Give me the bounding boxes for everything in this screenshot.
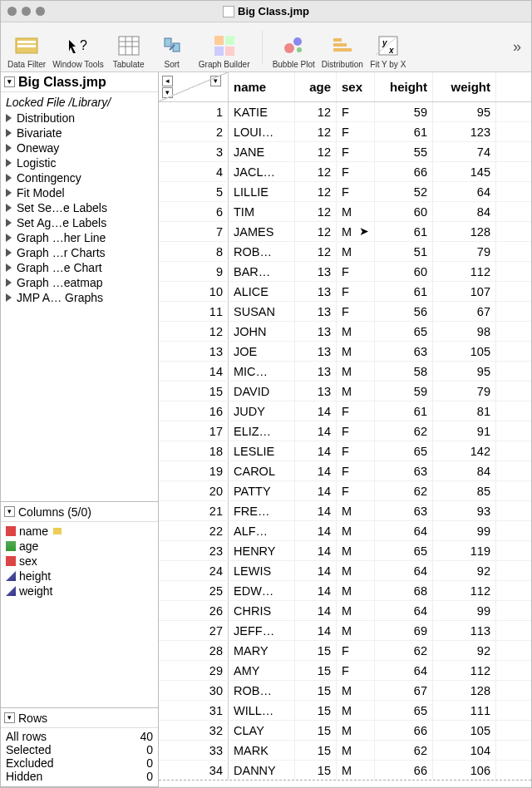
cell-weight[interactable]: 93	[433, 501, 496, 520]
script-item[interactable]: Set Ag…e Labels	[4, 215, 155, 230]
row-number[interactable]: 22	[159, 521, 229, 540]
cell-sex[interactable]: M	[337, 581, 375, 600]
cell-height[interactable]: 61	[375, 401, 433, 421]
cell-age[interactable]: 14	[295, 421, 337, 441]
table-row[interactable]: 23HENRY14M65119	[159, 541, 531, 561]
cell-weight[interactable]: 112	[433, 581, 496, 600]
cell-height[interactable]: 55	[375, 142, 433, 161]
cell-weight[interactable]: 79	[433, 242, 496, 261]
table-panel-header[interactable]: ▾ Big Class.jmp	[1, 72, 158, 92]
cell-sex[interactable]: M	[337, 242, 375, 261]
cell-name[interactable]: MIC…	[229, 362, 295, 381]
cell-weight[interactable]: 105	[433, 721, 496, 740]
cell-name[interactable]: LESLIE	[229, 441, 295, 460]
cell-name[interactable]: JAMES	[229, 222, 295, 241]
cell-height[interactable]: 59	[375, 382, 433, 401]
cell-name[interactable]: DANNY	[229, 761, 295, 780]
cell-weight[interactable]: 64	[433, 182, 496, 201]
cell-sex[interactable]: F	[337, 421, 375, 441]
row-number[interactable]: 11	[159, 302, 229, 321]
cell-sex[interactable]: F	[337, 401, 375, 421]
row-number[interactable]: 7	[159, 222, 229, 241]
cell-sex[interactable]: M	[337, 541, 375, 560]
row-number[interactable]: 1	[159, 102, 229, 121]
cell-name[interactable]: ELIZ…	[229, 421, 295, 441]
cell-name[interactable]: CLAY	[229, 721, 295, 740]
cell-height[interactable]: 66	[375, 162, 433, 181]
cell-weight[interactable]: 74	[433, 142, 496, 161]
zoom-window-button[interactable]	[36, 7, 45, 16]
rows-panel-header[interactable]: ▾ Rows	[1, 708, 158, 728]
column-item-sex[interactable]: sex	[4, 554, 155, 569]
toolbar-overflow-button[interactable]: »	[513, 38, 526, 56]
table-row[interactable]: 29AMY15F64112	[159, 661, 531, 681]
cell-weight[interactable]: 111	[433, 701, 496, 720]
row-number[interactable]: 30	[159, 681, 229, 700]
cell-name[interactable]: ROB…	[229, 242, 295, 261]
column-item-name[interactable]: name	[4, 524, 155, 539]
cell-name[interactable]: PATTY	[229, 481, 295, 500]
cell-height[interactable]: 63	[375, 461, 433, 480]
row-number[interactable]: 8	[159, 242, 229, 261]
cell-sex[interactable]: M	[337, 501, 375, 520]
cell-weight[interactable]: 123	[433, 122, 496, 141]
cell-sex[interactable]: F	[337, 142, 375, 161]
cell-height[interactable]: 61	[375, 122, 433, 141]
cell-height[interactable]: 62	[375, 481, 433, 500]
window-tools-button[interactable]: ? Window Tools	[51, 24, 106, 71]
table-row[interactable]: 13JOE13M63105	[159, 342, 531, 362]
table-row[interactable]: 24LEWIS14M6492	[159, 561, 531, 581]
cell-age[interactable]: 12	[295, 142, 337, 161]
table-row[interactable]: 3JANE12F5574	[159, 142, 531, 162]
cell-weight[interactable]: 107	[433, 282, 496, 301]
corner-disclosure-tl[interactable]: ◂	[162, 76, 173, 86]
cell-name[interactable]: JEFF…	[229, 621, 295, 640]
table-row[interactable]: 14MIC…13M5895	[159, 362, 531, 382]
cell-height[interactable]: 58	[375, 362, 433, 381]
cell-age[interactable]: 15	[295, 741, 337, 760]
cell-name[interactable]: ALF…	[229, 521, 295, 540]
corner-disclosure-bl[interactable]: ▾	[162, 87, 173, 98]
cell-weight[interactable]: 145	[433, 162, 496, 181]
cell-weight[interactable]: 99	[433, 601, 496, 620]
row-number[interactable]: 9	[159, 262, 229, 281]
column-item-height[interactable]: height	[4, 569, 155, 584]
cell-sex[interactable]: M	[337, 342, 375, 361]
cell-sex[interactable]: M	[337, 521, 375, 540]
cell-name[interactable]: LOUI…	[229, 122, 295, 141]
cell-sex[interactable]: F	[337, 481, 375, 500]
cell-height[interactable]: 66	[375, 721, 433, 740]
cell-height[interactable]: 69	[375, 621, 433, 640]
column-item-weight[interactable]: weight	[4, 584, 155, 598]
script-item[interactable]: Bivariate	[4, 126, 155, 140]
table-row[interactable]: 32CLAY15M66105	[159, 721, 531, 741]
table-row[interactable]: 11SUSAN13F5667	[159, 302, 531, 322]
cell-name[interactable]: CAROL	[229, 461, 295, 480]
cell-weight[interactable]: 84	[433, 461, 496, 480]
fit-y-by-x-button[interactable]: yx Fit Y by X	[368, 24, 408, 71]
script-item[interactable]: Set Se…e Labels	[4, 200, 155, 215]
cell-age[interactable]: 13	[295, 322, 337, 341]
cell-height[interactable]: 64	[375, 601, 433, 620]
cell-height[interactable]: 61	[375, 282, 433, 301]
cell-height[interactable]: 66	[375, 761, 433, 780]
table-row[interactable]: 27JEFF…14M69113	[159, 621, 531, 641]
cell-name[interactable]: SUSAN	[229, 302, 295, 321]
cell-name[interactable]: LEWIS	[229, 561, 295, 580]
cell-weight[interactable]: 85	[433, 481, 496, 500]
cell-height[interactable]: 67	[375, 681, 433, 700]
table-row[interactable]: 25EDW…14M68112	[159, 581, 531, 601]
cell-sex[interactable]: M	[337, 202, 375, 221]
graph-builder-button[interactable]: Graph Builder	[195, 24, 254, 71]
table-row[interactable]: 4JACL…12F66145	[159, 162, 531, 182]
row-number[interactable]: 25	[159, 581, 229, 600]
script-item[interactable]: Logistic	[4, 155, 155, 170]
distribution-button[interactable]: Distribution	[320, 24, 365, 71]
cell-name[interactable]: KATIE	[229, 102, 295, 121]
table-row[interactable]: 21FRE…14M6393	[159, 501, 531, 521]
table-row[interactable]: 22ALF…14M6499	[159, 521, 531, 541]
cell-weight[interactable]: 128	[433, 681, 496, 700]
row-number[interactable]: 13	[159, 342, 229, 361]
row-number[interactable]: 4	[159, 162, 229, 181]
cell-weight[interactable]: 67	[433, 302, 496, 321]
